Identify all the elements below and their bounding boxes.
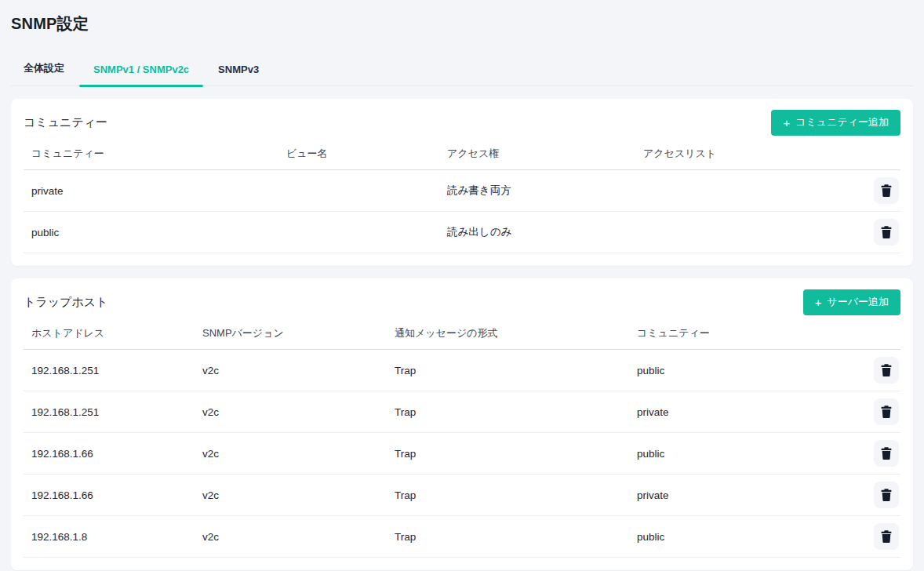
cell-community: private [629, 406, 866, 418]
cell-notification-format: Trap [387, 406, 629, 418]
trash-icon [881, 530, 892, 543]
row-actions [866, 482, 900, 508]
trash-icon [881, 184, 892, 197]
community-table-body: private読み書き両方public読み出しのみ [24, 170, 900, 253]
cell-access-rights: 読み出しのみ [439, 225, 635, 239]
community-card-title: コミュニティー [24, 115, 107, 130]
cell-notification-format: Trap [387, 448, 629, 460]
trash-icon [881, 226, 892, 238]
plus-icon: + [815, 296, 822, 308]
cell-snmp-version: v2c [195, 365, 387, 376]
cell-community: public [629, 531, 866, 543]
delete-row-button[interactable] [874, 177, 899, 204]
traphost-card-title: トラップホスト [24, 295, 107, 310]
community-table-header: コミュニティー ビュー名 アクセス権 アクセスリスト [24, 139, 900, 170]
cell-host-address: 192.168.1.251 [24, 365, 195, 376]
community-card: コミュニティー + コミュニティー追加 コミュニティー ビュー名 アクセス権 ア… [11, 99, 913, 266]
cell-host-address: 192.168.1.251 [24, 406, 195, 418]
column-header-access-rights: アクセス権 [439, 139, 635, 169]
table-row: 192.168.1.8v2cTrappublic [24, 516, 900, 558]
traphost-table-body: 192.168.1.251v2cTrappublic192.168.1.251v… [24, 350, 900, 558]
column-header-community: コミュニティー [629, 318, 866, 349]
trash-icon [881, 406, 892, 418]
community-card-header: コミュニティー + コミュニティー追加 [24, 109, 900, 136]
cell-community: public [24, 227, 278, 238]
tab-snmpv1-snmpv2c[interactable]: SNMPv1 / SNMPv2c [92, 57, 191, 85]
delete-row-button[interactable] [874, 523, 899, 550]
traphost-table-header: ホストアドレス SNMPバージョン 通知メッセージの形式 コミュニティー [24, 318, 900, 350]
cell-notification-format: Trap [387, 365, 629, 376]
table-row: 192.168.1.251v2cTrappublic [24, 350, 900, 391]
cell-notification-format: Trap [387, 531, 629, 543]
delete-row-button[interactable] [874, 357, 899, 384]
add-server-button[interactable]: + サーバー追加 [803, 289, 900, 315]
plus-icon: + [783, 117, 790, 129]
cell-host-address: 192.168.1.66 [24, 448, 195, 460]
cell-notification-format: Trap [387, 489, 629, 501]
column-header-actions [866, 326, 900, 342]
tab-general-settings[interactable]: 全体設定 [22, 55, 66, 85]
cell-host-address: 192.168.1.66 [24, 489, 195, 501]
cell-access-rights: 読み書き両方 [439, 184, 635, 198]
trash-icon [881, 364, 892, 376]
cell-community: public [629, 365, 866, 376]
cell-snmp-version: v2c [195, 531, 387, 543]
tab-snmpv3[interactable]: SNMPv3 [216, 57, 260, 85]
column-header-community: コミュニティー [24, 139, 278, 169]
delete-row-button[interactable] [874, 219, 899, 245]
add-community-button[interactable]: + コミュニティー追加 [771, 110, 900, 136]
cell-snmp-version: v2c [195, 406, 387, 418]
table-row: 192.168.1.66v2cTrapprivate [24, 475, 900, 516]
table-row: 192.168.1.251v2cTrapprivate [24, 391, 900, 433]
delete-row-button[interactable] [874, 398, 899, 425]
row-actions [866, 523, 900, 550]
page-title: SNMP設定 [11, 0, 913, 35]
add-community-label: コミュニティー追加 [795, 115, 889, 129]
cell-community: private [24, 185, 278, 197]
cell-snmp-version: v2c [195, 448, 387, 460]
table-row: private読み書き両方 [24, 170, 900, 212]
cell-community: public [629, 448, 866, 460]
table-row: public読み出しのみ [24, 212, 900, 253]
column-header-snmp-version: SNMPバージョン [195, 318, 387, 349]
row-actions [866, 440, 900, 467]
traphost-card: トラップホスト + サーバー追加 ホストアドレス SNMPバージョン 通知メッセ… [11, 278, 913, 570]
traphost-card-header: トラップホスト + サーバー追加 [24, 289, 900, 315]
table-row: 192.168.1.66v2cTrappublic [24, 433, 900, 475]
traphost-table: ホストアドレス SNMPバージョン 通知メッセージの形式 コミュニティー 192… [24, 318, 900, 558]
cell-snmp-version: v2c [195, 489, 387, 501]
delete-row-button[interactable] [874, 482, 899, 508]
row-actions [866, 357, 900, 384]
row-actions [866, 219, 900, 245]
snmp-settings-page: SNMP設定 全体設定 SNMPv1 / SNMPv2c SNMPv3 コミュニ… [0, 0, 924, 570]
add-server-label: サーバー追加 [827, 295, 889, 309]
row-actions [866, 398, 900, 425]
column-header-view-name: ビュー名 [278, 139, 439, 169]
delete-row-button[interactable] [874, 440, 899, 467]
cell-host-address: 192.168.1.8 [24, 531, 195, 543]
column-header-notification-format: 通知メッセージの形式 [387, 318, 629, 349]
community-table: コミュニティー ビュー名 アクセス権 アクセスリスト private読み書き両方… [24, 139, 900, 253]
cell-community: private [629, 489, 866, 501]
column-header-access-list: アクセスリスト [635, 139, 866, 169]
trash-icon [881, 489, 892, 501]
tab-bar: 全体設定 SNMPv1 / SNMPv2c SNMPv3 [11, 55, 913, 86]
column-header-host-address: ホストアドレス [24, 318, 195, 349]
trash-icon [881, 447, 892, 460]
column-header-actions [866, 146, 900, 162]
row-actions [866, 177, 900, 204]
